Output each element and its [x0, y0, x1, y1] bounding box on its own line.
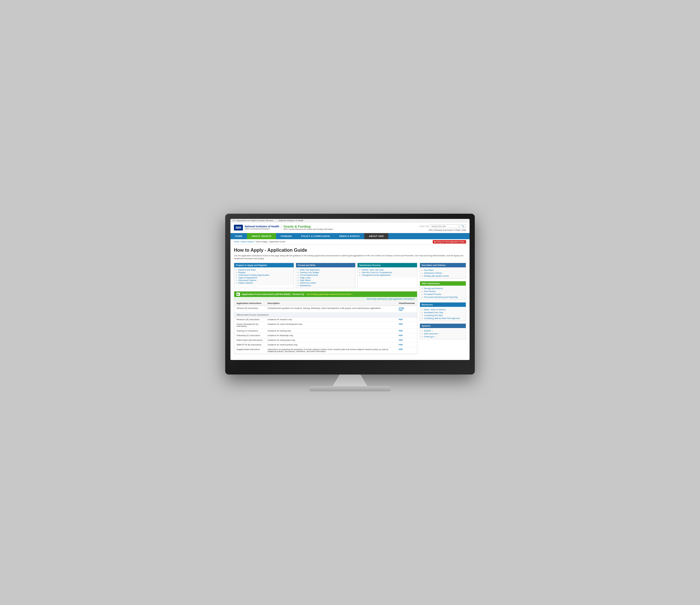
nav-home[interactable]: HOME	[230, 233, 247, 239]
list-item[interactable]: Submit, Track, and View	[359, 269, 415, 271]
html-link[interactable]: HTML	[399, 307, 415, 309]
pdf-link[interactable]: PDF	[399, 330, 403, 332]
sbir-instructions-label[interactable]: SBIR/STTR (B) Instructions	[234, 343, 265, 347]
multiproject-instructions-label[interactable]: Multi-Project (M) Instructions	[234, 338, 265, 343]
pdf-link[interactable]: PDF	[399, 309, 403, 311]
sidebar-after-submission-content: Receipt and Referral Peer Review Pre-awa…	[420, 286, 466, 299]
sidebar-resources-header: Resources	[420, 302, 466, 307]
nih-label: National Institutes of Health	[279, 219, 304, 221]
list-item[interactable]: Understand Funding Opportunities	[236, 274, 292, 276]
nav-about-grants[interactable]: ABOUT GRANTS	[247, 233, 276, 239]
app-form-link[interactable]: * See funding opportunity announcement f…	[306, 293, 352, 295]
pdf-link[interactable]: PDF	[399, 323, 403, 325]
grants-funding-block: Grants & Funding NIH's Central Resource …	[281, 225, 333, 230]
list-item[interactable]: Annotated Form Sets	[422, 311, 464, 314]
list-item[interactable]: eRA Commons ↗	[422, 332, 464, 335]
external-icon: ↗	[432, 330, 433, 332]
pdf-link[interactable]: PDF	[399, 334, 403, 336]
play-icon: ▶	[236, 293, 240, 296]
list-item[interactable]: Reference Letters	[298, 282, 354, 284]
list-item[interactable]: ASSIST ↗	[422, 329, 464, 332]
pdf-link[interactable]: PDF	[399, 344, 403, 346]
list-item[interactable]: Dealing with System Issues	[422, 274, 464, 277]
sidebar-due-dates: Due Dates and Policies Due Dates Submiss…	[420, 263, 466, 279]
list-item[interactable]: Page Limits	[298, 276, 354, 279]
search-scope-label: Entire Site	[420, 225, 429, 227]
nav-funding[interactable]: FUNDING	[276, 233, 297, 239]
sidebar-systems-header: Systems	[420, 324, 466, 328]
nav-about-oer[interactable]: ABOUT OER	[364, 233, 388, 239]
list-item[interactable]: Format Attachments	[298, 274, 354, 276]
list-item[interactable]: Develop Your Budget	[298, 271, 354, 274]
info-box-format-header: Format and Write	[296, 263, 355, 267]
breadcrumb-bar: Home » About Grants » How to Apply - App…	[230, 239, 470, 245]
career-instructions-label[interactable]: Career Development (K) Instructions	[234, 322, 265, 329]
supplemental-instructions-desc: Instructions on preparing the protection…	[265, 347, 396, 354]
supplemental-instructions-label[interactable]: Supplemental Instructions	[234, 347, 265, 354]
training-instructions-label[interactable]: Training (T) Instructions	[234, 329, 265, 333]
sidebar-resources-content: News - Items of Interest Annotated Form …	[420, 307, 466, 321]
list-item[interactable]: Data Tables	[298, 279, 354, 282]
list-item[interactable]: Obtain Software	[236, 282, 292, 284]
list-item[interactable]: Contacting NIH Staff	[422, 314, 464, 317]
list-item[interactable]: How We Check for Completeness	[359, 271, 415, 274]
breadcrumb-current: How to Apply - Application Guide	[256, 241, 285, 243]
assist-link[interactable]: ASSIST ↗	[424, 330, 464, 332]
grants-subtitle: NIH's Central Resource for Grants and Fu…	[283, 228, 333, 230]
pdf-link[interactable]: PDF	[399, 348, 403, 350]
filtered-label: Filtered views for your convenience:	[234, 313, 417, 317]
info-box-prepare: Prepare to Apply and Register Systems an…	[234, 263, 294, 288]
app-form-header: ▶ Application Form Instructions [SF424 (…	[234, 291, 417, 297]
help-link[interactable]: Need help selecting the right applicatio…	[367, 298, 415, 300]
breadcrumb-about-grants[interactable]: About Grants	[242, 241, 253, 243]
breadcrumb-home[interactable]: Home	[234, 241, 240, 243]
app-form-table: Application Instructions Description Vie…	[234, 301, 417, 354]
table-row: General (G) Instructions Comprehensive g…	[234, 306, 417, 313]
sidebar-after-submission-header: After Submission	[420, 281, 466, 286]
grants-gov-link[interactable]: Grants.gov ↗	[424, 336, 464, 338]
list-item[interactable]: Receipt and Referral	[422, 287, 464, 290]
general-instructions-label[interactable]: General (G) Instructions	[234, 306, 265, 313]
list-item[interactable]: Contacting Staff at Other PHS Agencies	[422, 317, 464, 320]
list-item[interactable]: News - Items of Interest	[422, 308, 464, 311]
table-row: SBIR/STTR (B) Instructions Guidance for …	[234, 343, 417, 347]
list-item[interactable]: Biosketches	[298, 284, 354, 287]
info-box-format-content: Write Your Application Develop Your Budg…	[296, 267, 355, 288]
list-item[interactable]: Due Dates	[422, 269, 464, 271]
list-item[interactable]: Post-award Monitoring and Reporting	[422, 295, 464, 298]
main-content: How to Apply - Application Guide Use the…	[230, 245, 470, 360]
list-item[interactable]: Register	[236, 271, 292, 274]
search-button[interactable]: 🔍	[460, 224, 466, 228]
nih-title: National Institutes of Health	[245, 225, 279, 228]
page-title: How to Apply - Application Guide	[234, 248, 466, 253]
list-item[interactable]: Systems and Roles	[236, 269, 292, 271]
main-area: Prepare to Apply and Register Systems an…	[234, 263, 417, 357]
list-item[interactable]: Submission Policies	[422, 271, 464, 274]
general-instructions-links: HTML PDF	[396, 306, 417, 313]
research-instructions-label[interactable]: Research (R) Instructions	[234, 317, 265, 322]
list-item[interactable]: Types of Applications	[236, 276, 292, 279]
nav-news[interactable]: NEWS & EVENTS	[334, 233, 364, 239]
sidebar: Due Dates and Policies Due Dates Submiss…	[420, 263, 466, 357]
era-commons-link[interactable]: eRA Commons ↗	[424, 333, 464, 335]
list-item[interactable]: Submission Options	[236, 279, 292, 282]
using-app-button[interactable]: ▶ Using Our New Application Guide	[433, 240, 466, 244]
pdf-link[interactable]: PDF	[399, 318, 403, 320]
pdf-link[interactable]: PDF	[399, 339, 403, 341]
nav-policy[interactable]: POLICY & COMPLIANCE	[297, 233, 334, 239]
list-item[interactable]: Pre-award Process	[422, 293, 464, 295]
search-input[interactable]	[430, 224, 459, 228]
sbir-instructions-desc: Guidance for small business only	[265, 343, 396, 347]
list-item[interactable]: Peer Review	[422, 290, 464, 293]
list-item[interactable]: Write Your Application	[298, 269, 354, 271]
sidebar-systems-content: ASSIST ↗ eRA Commons ↗	[420, 328, 466, 339]
table-row: Supplemental Instructions Instructions o…	[234, 347, 417, 354]
screen: U.S. Department of Health & Human Servic…	[230, 219, 470, 360]
sidebar-due-dates-content: Due Dates Submission Policies Dealing wi…	[420, 267, 466, 279]
fellowship-instructions-desc: Guidance for fellowship only	[265, 333, 396, 338]
external-icon: ↗	[438, 333, 440, 335]
fellowship-instructions-label[interactable]: Fellowship (F) Instructions	[234, 333, 265, 338]
info-box-submission-header: Submission Process	[357, 263, 417, 267]
list-item[interactable]: Changed/Corrected Applications	[359, 274, 415, 276]
list-item[interactable]: Grants.gov ↗	[422, 335, 464, 338]
